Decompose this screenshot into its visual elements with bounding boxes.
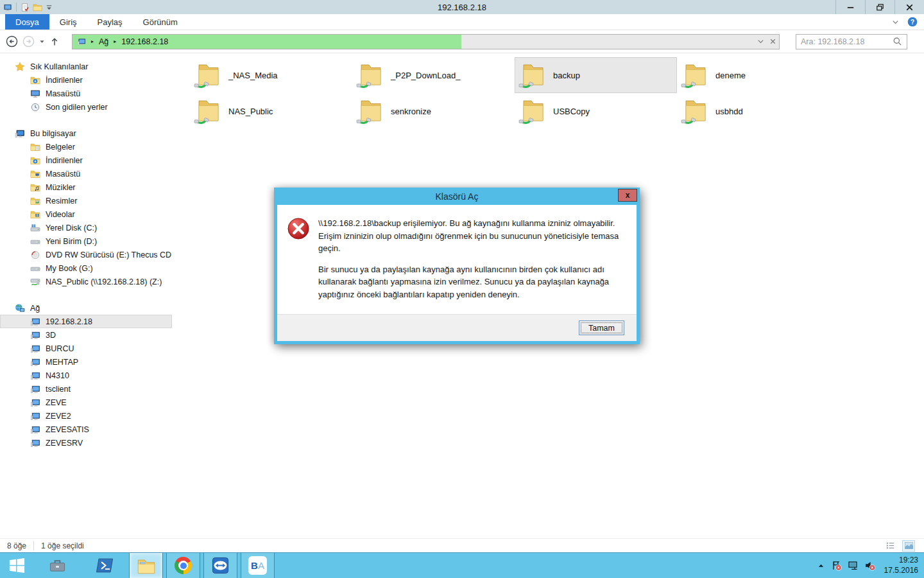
network-computer-icon [30,344,40,354]
dialog-close-button[interactable]: x [618,189,637,202]
sidebar-item-s-k-kullan-lanlar[interactable]: Sık Kullanılanlar [0,60,172,73]
volume-muted-icon[interactable] [864,560,875,571]
details-view-button[interactable] [884,540,896,552]
sidebar-item-tsclient[interactable]: tsclient [0,382,172,396]
file-explorer-button[interactable] [129,553,163,578]
breadcrumb-item[interactable]: Ağ [99,37,108,46]
sidebar-item-label: tsclient [46,385,71,394]
sidebar-item-zeve2[interactable]: ZEVE2 [0,409,172,423]
sidebar-item-192-168-2-18[interactable]: 192.168.2.18 [0,315,172,328]
sidebar-item-mehtap[interactable]: MEHTAP [0,355,172,369]
restore-button[interactable] [865,0,894,14]
item-count: 8 öğe [7,541,26,550]
stop-refresh-icon [769,37,777,46]
server-manager-button[interactable] [42,553,72,578]
sidebar-item-3d[interactable]: 3D [0,328,172,342]
powershell-button[interactable] [90,553,119,578]
window-controls [835,0,924,14]
taskbar-clock[interactable]: 19:23 17.5.2016 [881,556,918,575]
this-pc-icon [15,128,25,139]
search-input[interactable]: Ara: 192.168.2.18 [796,34,907,49]
folder-tile-backup[interactable]: backup [515,57,677,93]
sidebar-item-videolar[interactable]: Videolar [0,207,172,221]
up-button[interactable] [49,37,60,47]
properties-icon[interactable] [20,3,30,12]
sidebar-item-burcu[interactable]: BURCU [0,342,172,355]
network-computer-icon [30,317,40,327]
sidebar-item-label: 3D [46,331,56,340]
folder-tile-usbhdd[interactable]: usbhdd [677,93,839,129]
action-center-flag-icon[interactable] [831,560,842,571]
stop-refresh-icon[interactable] [769,37,777,46]
show-hidden-icons-button[interactable] [817,561,825,570]
tab-dosya[interactable]: Dosya [5,14,49,30]
tab-payla[interactable]: Paylaş [87,14,133,30]
folder-tile-nas-public[interactable]: NAS_Public [190,93,352,129]
status-separator [33,541,34,550]
sidebar-item-masa-st[interactable]: Masaüstü [0,87,172,100]
sidebar-item-zeve[interactable]: ZEVE [0,396,172,409]
start-button[interactable] [2,553,31,578]
sidebar-item-a[interactable]: Ağ [0,301,172,315]
sidebar-item-label: MEHTAP [46,358,78,367]
desktop-monitor-icon [30,89,40,99]
close-button[interactable] [894,0,924,14]
sidebar-item-label: Müzikler [46,183,76,192]
chrome-button[interactable] [166,553,200,578]
address-bar[interactable]: ▸Ağ▸192.168.2.18 [72,34,780,49]
recent-locations-dropdown-icon[interactable] [39,39,45,44]
sidebar-item-resimler[interactable]: Resimler [0,194,172,207]
network-computer-icon [30,371,40,381]
recent-places-icon [30,102,40,112]
breadcrumb-item[interactable]: 192.168.2.18 [121,37,168,46]
sidebar-item-zevesrv[interactable]: ZEVESRV [0,436,172,450]
sidebar-item-son-gidilen-yerler[interactable]: Son gidilen yerler [0,100,172,114]
sidebar-item-belgeler[interactable]: Belgeler [0,140,172,153]
show-hidden-icons-icon [817,561,825,570]
ba-app-button[interactable]: BA [241,553,275,578]
volume-muted-icon [864,560,875,571]
sidebar-item-yerel-disk-c[interactable]: Yerel Disk (C:) [0,221,172,234]
minimize-button[interactable] [835,0,865,14]
folder-tile-nas-media[interactable]: _NAS_Media [190,57,352,93]
search-icon[interactable] [893,37,902,46]
sidebar-item-dvd-rw-s-r-c-s-e-thecus-cd[interactable]: DVD RW Sürücüsü (E:) Thecus CD [0,248,172,261]
teamviewer-button[interactable] [203,553,237,578]
drive-icon [30,236,40,247]
sidebar-item-m-zikler[interactable]: Müzikler [0,180,172,194]
minimize-icon [846,3,855,12]
sidebar-item-zevesatis[interactable]: ZEVESATIS [0,423,172,436]
tab-g-r-n-m[interactable]: Görünüm [133,14,188,30]
thumbnails-view-button[interactable] [902,540,915,552]
explorer-app-icon [3,3,13,12]
new-folder-icon[interactable] [33,3,42,12]
window-titlebar: 192.168.2.18 [0,0,924,14]
sidebar-item-yeni-birim-d[interactable]: Yeni Birim (D:) [0,234,172,248]
address-dropdown-icon[interactable] [757,37,765,46]
expand-ribbon-icon[interactable] [891,18,900,26]
help-icon[interactable]: ? [907,17,918,27]
sidebar-item-label: N4310 [46,371,69,380]
tab-giri[interactable]: Giriş [49,14,87,30]
back-button[interactable] [6,35,18,48]
sidebar-item-my-book-g[interactable]: My Book (G:) [0,261,172,275]
status-bar: 8 öğe 1 öğe seçildi [0,538,924,552]
sidebar-item-i-ndirilenler[interactable]: İndirilenler [0,73,172,87]
folder-tile-senkronize[interactable]: senkronize [352,93,515,129]
sidebar-item-nas-public-192-168-2-18-z[interactable]: NAS_Public (\\192.168.2.18) (Z:) [0,275,172,288]
sidebar-item-i-ndirilenler[interactable]: İndirilenler [0,153,172,167]
customize-toolbar-icon[interactable] [46,4,53,11]
sidebar-item-n4310[interactable]: N4310 [0,369,172,382]
folder-tile-deneme[interactable]: deneme [677,57,839,93]
folder-tile-usbcopy[interactable]: USBCopy [515,93,677,129]
action-center-flag-icon [831,560,842,571]
folder-tile-p2p-download[interactable]: _P2P_DownLoad_ [352,57,515,93]
forward-button [22,35,35,48]
network-status-icon[interactable] [848,560,859,571]
sidebar-item-masa-st[interactable]: Masaüstü [0,167,172,180]
ok-button[interactable]: Tamam [579,320,624,335]
windows-start-icon [8,557,26,574]
sidebar-item-bu-bilgisayar[interactable]: Bu bilgisayar [0,127,172,140]
address-toolbar: ▸Ağ▸192.168.2.18 Ara: 192.168.2.18 [0,30,924,53]
powershell-icon [96,557,114,574]
